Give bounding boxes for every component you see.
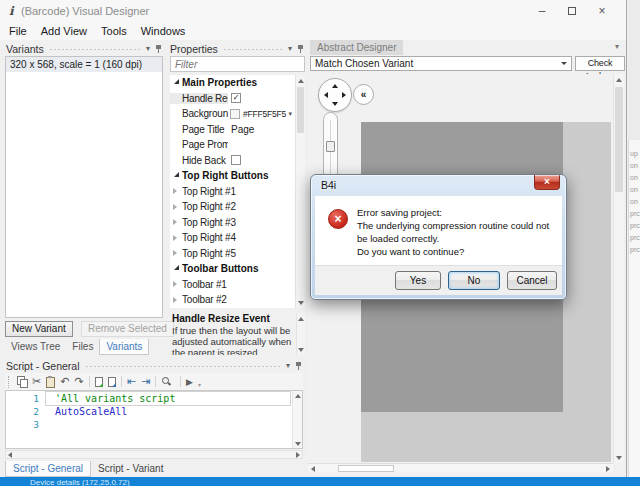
- chevron-down-icon[interactable]: ▾: [288, 110, 292, 118]
- menu-add-view[interactable]: Add View: [41, 25, 87, 37]
- close-button[interactable]: ×: [592, 4, 612, 18]
- zoom-slider-handle[interactable]: [326, 141, 335, 152]
- property-group-toolbar-2[interactable]: Toolbar #2: [170, 292, 295, 308]
- scroll-up-icon[interactable]: [614, 74, 624, 85]
- property-group-top-right-4[interactable]: Top Right #4: [170, 230, 295, 246]
- pin-icon[interactable]: [295, 361, 303, 371]
- outdent-icon[interactable]: ⇤: [127, 376, 136, 387]
- pan-up-icon[interactable]: [332, 84, 338, 88]
- scroll-left-icon[interactable]: [311, 466, 315, 472]
- scrollbar-thumb[interactable]: [615, 87, 623, 192]
- editor-hscrollbar[interactable]: [5, 450, 303, 459]
- scroll-right-icon[interactable]: [606, 466, 610, 472]
- scroll-left-icon[interactable]: [8, 452, 12, 458]
- undo-icon[interactable]: ↶: [60, 376, 69, 387]
- cut-icon[interactable]: ✂: [32, 376, 41, 387]
- menu-windows[interactable]: Windows: [141, 25, 186, 37]
- property-row-page-prompt[interactable]: Page Prompt: [170, 137, 295, 153]
- property-value[interactable]: Page: [228, 122, 295, 138]
- uncomment-icon[interactable]: [108, 377, 116, 387]
- remove-selected-button[interactable]: Remove Selected: [81, 321, 174, 337]
- property-group-top-right-3[interactable]: Top Right #3: [170, 215, 295, 231]
- minimize-button[interactable]: –: [532, 4, 552, 18]
- property-group-top-right-5[interactable]: Top Right #5: [170, 246, 295, 262]
- scroll-down-icon[interactable]: [293, 439, 302, 448]
- property-section-main[interactable]: Main Properties: [170, 75, 295, 91]
- checkbox-checked[interactable]: ✓: [231, 93, 241, 103]
- chevron-down-icon[interactable]: ▾: [615, 42, 619, 51]
- tab-variants[interactable]: Variants: [99, 339, 149, 355]
- property-group-top-right-1[interactable]: Top Right #1: [170, 184, 295, 200]
- scroll-up-icon[interactable]: [297, 313, 305, 324]
- pan-control[interactable]: [318, 78, 352, 112]
- scroll-up-icon[interactable]: [296, 75, 305, 86]
- tab-script-general[interactable]: Script - General: [5, 461, 91, 477]
- comment-icon[interactable]: [95, 377, 103, 387]
- property-row-handle-resize[interactable]: Handle Resi... ✓: [170, 91, 295, 107]
- description-scrollbar[interactable]: [296, 313, 305, 355]
- collapse-icon[interactable]: [174, 265, 179, 270]
- run-icon[interactable]: ▶: [186, 377, 193, 387]
- pan-right-icon[interactable]: [342, 92, 346, 98]
- property-group-toolbar-1[interactable]: Toolbar #1: [170, 277, 295, 293]
- property-section-toolbar[interactable]: Toolbar Buttons: [170, 261, 295, 277]
- variant-list-item[interactable]: 320 x 568, scale = 1 (160 dpi): [6, 57, 162, 72]
- expand-icon[interactable]: [173, 281, 177, 287]
- editor-scrollbar[interactable]: [292, 391, 302, 448]
- scrollbar-thumb[interactable]: [338, 465, 394, 472]
- paste-icon[interactable]: [46, 377, 55, 388]
- toolbar-overflow-icon[interactable]: ▾: [198, 381, 201, 388]
- code-editor[interactable]: 1 2 3 'All variants script AutoScaleAll: [5, 390, 303, 449]
- property-section-top-right[interactable]: Top Right Buttons: [170, 168, 295, 184]
- expand-icon[interactable]: [173, 250, 177, 256]
- yes-button[interactable]: Yes: [395, 271, 441, 290]
- pan-left-icon[interactable]: [324, 92, 328, 98]
- tab-abstract-designer[interactable]: Abstract Designer: [310, 40, 403, 55]
- chevron-down-icon[interactable]: ▾: [286, 361, 290, 370]
- maximize-button[interactable]: [562, 4, 582, 18]
- menu-tools[interactable]: Tools: [101, 25, 127, 37]
- property-row-page-title[interactable]: Page Title Page: [170, 122, 295, 138]
- menu-file[interactable]: File: [9, 25, 27, 37]
- property-row-background[interactable]: Background... #FFF5F5F5 ▾: [170, 106, 295, 122]
- expand-icon[interactable]: [173, 235, 177, 241]
- collapse-tools-button[interactable]: «: [353, 84, 374, 105]
- properties-scrollbar[interactable]: [295, 75, 305, 308]
- checkbox-unchecked[interactable]: [231, 155, 241, 165]
- no-button[interactable]: No: [448, 271, 500, 290]
- expand-icon[interactable]: [173, 188, 177, 194]
- property-group-top-right-2[interactable]: Top Right #2: [170, 199, 295, 215]
- chevron-down-icon[interactable]: ▾: [288, 44, 292, 53]
- collapse-icon[interactable]: [174, 79, 179, 84]
- dialog-close-button[interactable]: ×: [534, 175, 560, 190]
- scroll-down-icon[interactable]: [296, 297, 305, 308]
- find-icon[interactable]: [161, 376, 172, 387]
- canvas-vscrollbar[interactable]: [613, 74, 624, 463]
- expand-icon[interactable]: [173, 204, 177, 210]
- check-anchors-button[interactable]: Check Anchors: [575, 56, 625, 71]
- collapse-icon[interactable]: [174, 172, 179, 177]
- toolbar-grip[interactable]: [8, 376, 11, 388]
- pin-icon[interactable]: [297, 44, 305, 54]
- pin-icon[interactable]: [155, 44, 163, 54]
- scroll-down-icon[interactable]: [614, 452, 624, 463]
- new-variant-button[interactable]: New Variant: [5, 321, 73, 337]
- indent-icon[interactable]: ⇥: [141, 376, 150, 387]
- property-row-hide-back[interactable]: Hide Back B...: [170, 153, 295, 169]
- chevron-down-icon[interactable]: ▾: [146, 44, 150, 53]
- expand-icon[interactable]: [173, 219, 177, 225]
- tab-script-variant[interactable]: Script - Variant: [91, 461, 170, 477]
- scroll-up-icon[interactable]: [293, 391, 302, 400]
- scroll-down-icon[interactable]: [297, 344, 305, 355]
- scroll-right-icon[interactable]: [296, 452, 300, 458]
- filter-input[interactable]: [171, 59, 309, 70]
- variant-selector-dropdown[interactable]: Match Chosen Variant: [310, 56, 572, 71]
- canvas-hscrollbar[interactable]: [308, 463, 613, 473]
- pan-down-icon[interactable]: [332, 102, 338, 106]
- cancel-button[interactable]: Cancel: [507, 271, 557, 290]
- redo-icon[interactable]: ↷: [74, 376, 83, 387]
- copy-icon[interactable]: [17, 376, 27, 387]
- scrollbar-thumb[interactable]: [297, 87, 304, 133]
- expand-icon[interactable]: [173, 297, 177, 303]
- tab-views-tree[interactable]: Views Tree: [5, 339, 66, 354]
